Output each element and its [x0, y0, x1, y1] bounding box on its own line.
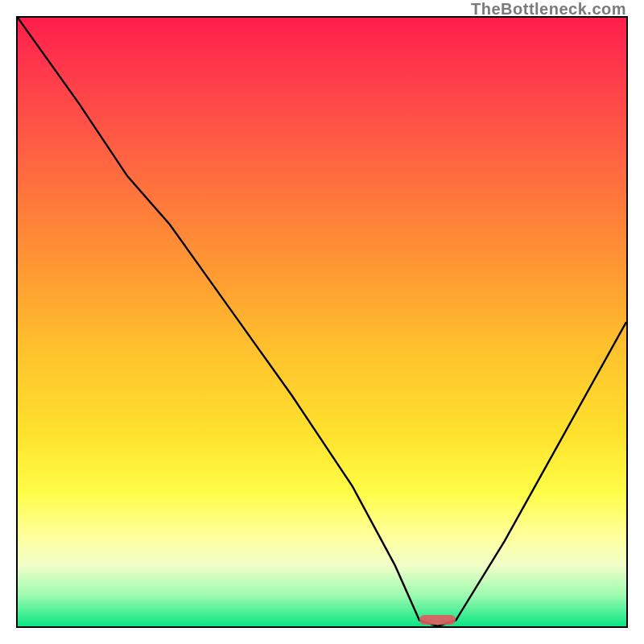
optimal-marker [419, 615, 456, 625]
plot-area [16, 16, 628, 628]
chart-container: TheBottleneck.com [0, 0, 644, 644]
bottleneck-curve-line [18, 18, 626, 626]
